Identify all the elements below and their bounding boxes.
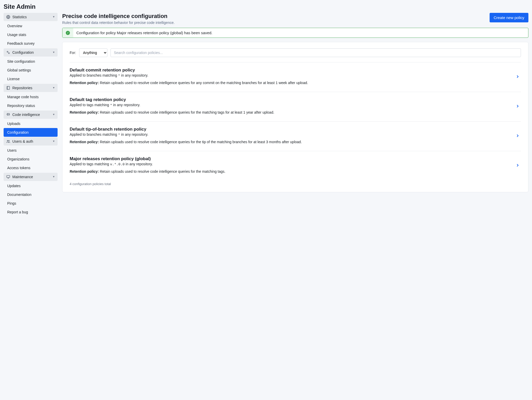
globe-icon — [6, 15, 10, 19]
sidebar-item-uploads[interactable]: Uploads — [4, 119, 58, 128]
users-icon — [6, 139, 10, 143]
sidebar-item-configuration[interactable]: Configuration — [4, 128, 58, 137]
policy-title: Major releases retention policy (global) — [70, 156, 511, 161]
svg-rect-6 — [7, 176, 10, 178]
sidebar-item-site-configuration[interactable]: Site configuration — [4, 57, 58, 66]
sidebar-item-organizations[interactable]: Organizations — [4, 155, 58, 163]
sidebar-item-repository-status[interactable]: Repository status — [4, 101, 58, 110]
policy-item[interactable]: Default tag retention policyApplied to t… — [70, 92, 521, 121]
policy-retention: Retention policy: Retain uploads used to… — [70, 169, 511, 174]
svg-point-2 — [8, 53, 10, 54]
nav-header-label: Code intelligence — [12, 113, 50, 117]
policy-retention: Retention policy: Retain uploads used to… — [70, 110, 511, 115]
sidebar-item-license[interactable]: License — [4, 75, 58, 83]
policies-total: 4 configuration policies total — [70, 180, 521, 186]
policy-title: Default tag retention policy — [70, 97, 511, 102]
filter-for-label: For: — [70, 51, 76, 55]
sidebar-nav: Statistics▲OverviewUsage statsFeedback s… — [4, 13, 58, 217]
sidebar-item-report-a-bug[interactable]: Report a bug — [4, 208, 58, 216]
filter-for-select[interactable]: Anything — [79, 48, 107, 57]
policy-title: Default tip-of-branch retention policy — [70, 127, 511, 132]
policy-pattern: v.*.0.0 — [110, 162, 125, 166]
sidebar-item-documentation[interactable]: Documentation — [4, 190, 58, 199]
page-title: Site Admin — [4, 3, 528, 10]
policy-applied: Applied to tags matching v.*.0.0 in any … — [70, 162, 511, 166]
nav-header-label: Configuration — [12, 50, 50, 54]
brain-icon — [6, 113, 10, 117]
chevron-right-icon — [514, 104, 521, 108]
sidebar-item-feedback-survey[interactable]: Feedback survey — [4, 39, 58, 48]
chevron-up-icon: ▲ — [52, 113, 55, 116]
policy-item[interactable]: Major releases retention policy (global)… — [70, 151, 521, 180]
cogs-icon — [6, 50, 10, 54]
nav-header-label: Statistics — [12, 15, 50, 19]
chevron-right-icon — [514, 133, 521, 138]
nav-header-code-intelligence[interactable]: Code intelligence▲ — [4, 111, 58, 119]
chevron-right-icon — [514, 163, 521, 168]
nav-header-users-auth[interactable]: Users & auth▲ — [4, 137, 58, 146]
nav-header-label: Users & auth — [12, 139, 50, 143]
nav-header-label: Maintenance — [12, 175, 50, 179]
policy-retention: Retention policy: Retain uploads used to… — [70, 80, 511, 86]
nav-header-maintenance[interactable]: Maintenance▲ — [4, 173, 58, 181]
policy-applied: Applied to branches matching * in any re… — [70, 132, 511, 137]
sidebar-item-users[interactable]: Users — [4, 146, 58, 155]
chevron-up-icon: ▲ — [52, 51, 55, 54]
nav-header-repositories[interactable]: Repositories▲ — [4, 84, 58, 92]
chevron-up-icon: ▲ — [52, 16, 55, 19]
nav-header-label: Repositories — [12, 86, 50, 90]
policy-applied: Applied to branches matching * in any re… — [70, 73, 511, 78]
svg-rect-3 — [7, 86, 10, 89]
main-subheading: Rules that control data retention behavi… — [62, 21, 175, 25]
alert-message: Configuration for policy Major releases … — [73, 28, 215, 38]
chevron-right-icon — [514, 74, 521, 79]
policy-list: Default commit retention policyApplied t… — [70, 62, 521, 180]
alert-success: ✓ Configuration for policy Major release… — [62, 28, 528, 38]
sidebar-item-pings[interactable]: Pings — [4, 199, 58, 208]
policy-title: Default commit retention policy — [70, 68, 511, 73]
svg-point-4 — [7, 140, 8, 141]
repo-icon — [6, 86, 10, 90]
policy-item[interactable]: Default commit retention policyApplied t… — [70, 62, 521, 92]
policy-item[interactable]: Default tip-of-branch retention policyAp… — [70, 121, 521, 151]
monitor-icon — [6, 175, 10, 179]
chevron-up-icon: ▲ — [52, 176, 55, 178]
search-input[interactable] — [111, 48, 521, 57]
sidebar-item-global-settings[interactable]: Global settings — [4, 66, 58, 75]
nav-header-statistics[interactable]: Statistics▲ — [4, 13, 58, 21]
svg-point-5 — [8, 140, 10, 141]
main-heading: Precise code intelligence configuration — [62, 13, 175, 20]
sidebar-item-manage-code-hosts[interactable]: Manage code hosts — [4, 93, 58, 101]
sidebar-item-usage-stats[interactable]: Usage stats — [4, 30, 58, 39]
svg-point-1 — [7, 51, 8, 52]
sidebar-item-access-tokens[interactable]: Access tokens — [4, 163, 58, 172]
create-new-policy-button[interactable]: Create new policy — [490, 13, 528, 22]
policies-card: For: Anything Default commit retention p… — [62, 42, 528, 192]
policy-applied: Applied to tags matching * in any reposi… — [70, 103, 511, 107]
policy-retention: Retention policy: Retain uploads used to… — [70, 139, 511, 145]
sidebar-item-updates[interactable]: Updates — [4, 181, 58, 190]
chevron-up-icon: ▲ — [52, 140, 55, 143]
nav-header-configuration[interactable]: Configuration▲ — [4, 48, 58, 57]
sidebar-item-overview[interactable]: Overview — [4, 22, 58, 30]
chevron-up-icon: ▲ — [52, 87, 55, 89]
check-circle-icon: ✓ — [62, 28, 73, 38]
